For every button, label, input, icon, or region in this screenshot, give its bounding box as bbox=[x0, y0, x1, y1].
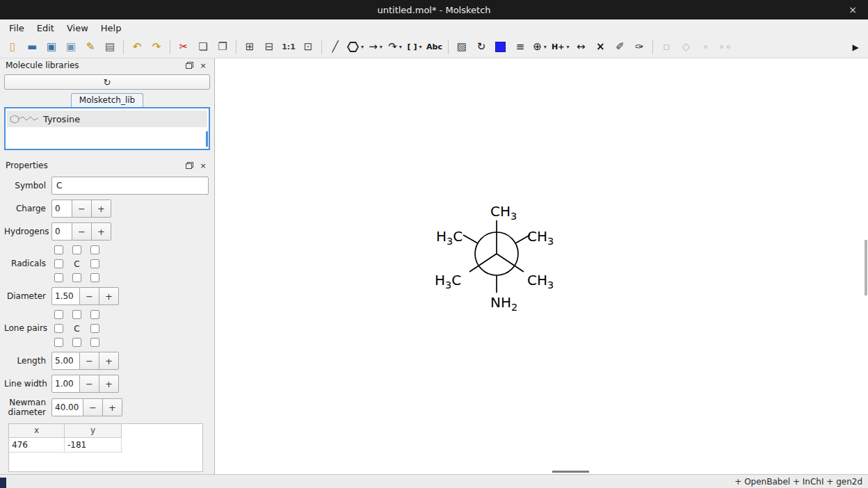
charge-tool-button[interactable]: ⊕▾ bbox=[531, 38, 549, 56]
line-width-input[interactable] bbox=[51, 375, 80, 393]
ring-tool-button[interactable]: ▾ bbox=[346, 38, 365, 56]
atom-label-ch3-top[interactable]: CH3 bbox=[490, 203, 517, 222]
length-input[interactable] bbox=[51, 352, 80, 370]
menu-help[interactable]: Help bbox=[95, 22, 128, 35]
rotate-tool-button[interactable]: ↻ bbox=[472, 38, 490, 56]
atom-label-h3c-lower-left[interactable]: H3C bbox=[435, 272, 461, 291]
canvas-vertical-scrollbar[interactable] bbox=[865, 240, 867, 295]
radical-checkbox[interactable] bbox=[90, 259, 99, 268]
refresh-library-button[interactable]: ↻ bbox=[4, 74, 210, 90]
coordinate-cell-x[interactable]: 476 bbox=[9, 438, 65, 453]
charge-increment-button[interactable]: + bbox=[92, 200, 111, 218]
menu-file[interactable]: File bbox=[3, 22, 31, 35]
radical-checkbox[interactable] bbox=[54, 245, 63, 254]
zoom-fit-button[interactable]: ⊡ bbox=[299, 38, 317, 56]
delete-tool-button[interactable]: × bbox=[591, 38, 609, 56]
bond-back-upper-left[interactable] bbox=[463, 235, 478, 243]
lone-pair-checkbox[interactable] bbox=[54, 310, 63, 319]
dropdown-arrow-icon: ▾ bbox=[380, 44, 383, 50]
atom-label-ch3-upper-right[interactable]: CH3 bbox=[527, 228, 554, 247]
save-as-button[interactable]: ▣ bbox=[62, 38, 80, 56]
drawing-canvas[interactable]: CH3 H3C CH3 H3C CH3 NH2 bbox=[215, 58, 868, 474]
charge-decrement-button[interactable]: − bbox=[72, 200, 92, 218]
library-scrollbar[interactable] bbox=[206, 131, 208, 147]
atom-label-nh2-bottom[interactable]: NH2 bbox=[490, 294, 517, 313]
radical-checkbox[interactable] bbox=[90, 273, 99, 282]
undo-button[interactable]: ↶ bbox=[128, 38, 146, 56]
newman-decrement-button[interactable]: − bbox=[83, 398, 103, 416]
length-decrement-button[interactable]: − bbox=[80, 352, 99, 370]
libraries-close-button[interactable]: × bbox=[198, 60, 209, 71]
length-increment-button[interactable]: + bbox=[99, 352, 119, 370]
zoom-in-button[interactable]: ⊞ bbox=[241, 38, 259, 56]
copy-button[interactable]: ❏ bbox=[194, 38, 212, 56]
newman-increment-button[interactable]: + bbox=[103, 398, 122, 416]
text-tool-button[interactable]: Abc bbox=[425, 38, 444, 56]
libraries-float-button[interactable] bbox=[184, 60, 195, 71]
window-close-button[interactable]: × bbox=[844, 0, 861, 19]
structure-icon: ∘∘ bbox=[718, 42, 732, 52]
line-width-button[interactable]: ≡ bbox=[511, 38, 529, 56]
hydrogens-decrement-button[interactable]: − bbox=[72, 222, 92, 241]
diameter-increment-button[interactable]: + bbox=[99, 287, 119, 305]
properties-close-button[interactable]: × bbox=[198, 160, 209, 171]
hatch-tool-button[interactable]: ▨ bbox=[453, 38, 471, 56]
lone-pair-checkbox[interactable] bbox=[54, 324, 63, 333]
diameter-input[interactable] bbox=[51, 287, 80, 305]
redo-button[interactable]: ↷ bbox=[147, 38, 166, 56]
atom-label-h3c-upper-left[interactable]: H3C bbox=[436, 228, 463, 247]
mechanism-arrow-button[interactable]: ↷▾ bbox=[386, 38, 404, 56]
cut-button[interactable]: ✂ bbox=[175, 38, 193, 56]
open-file-button[interactable]: ▬ bbox=[23, 38, 41, 56]
lone-pair-checkbox[interactable] bbox=[54, 338, 63, 347]
library-item-tyrosine[interactable]: Tyrosine bbox=[7, 111, 207, 127]
print-button[interactable]: ▤ bbox=[101, 38, 119, 56]
lone-pair-checkbox[interactable] bbox=[72, 310, 81, 319]
symbol-input[interactable] bbox=[51, 177, 209, 195]
bond-front-lower-left[interactable] bbox=[469, 254, 497, 272]
menu-view[interactable]: View bbox=[61, 22, 95, 35]
toolbar-extend-button[interactable]: ▶ bbox=[846, 38, 865, 56]
line-width-decrement-button[interactable]: − bbox=[80, 375, 99, 393]
radical-checkbox[interactable] bbox=[54, 273, 63, 282]
bond-adjust-button[interactable]: ↔ bbox=[572, 38, 590, 56]
export-button[interactable]: ✎ bbox=[81, 38, 99, 56]
hydrogen-tool-button[interactable]: H+▾ bbox=[550, 38, 570, 56]
bracket-tool-button[interactable]: [ ]▾ bbox=[405, 38, 424, 56]
pen-arrow-button-2[interactable]: ✑ bbox=[630, 38, 648, 56]
charge-input[interactable] bbox=[51, 200, 72, 218]
structure-icon: ∘ bbox=[702, 42, 709, 52]
new-file-button[interactable]: ▯ bbox=[3, 38, 22, 56]
radical-checkbox[interactable] bbox=[72, 273, 81, 282]
reaction-arrow-button[interactable]: →▾ bbox=[367, 38, 385, 56]
color-picker-button[interactable] bbox=[492, 38, 510, 56]
bond-front-lower-right[interactable] bbox=[497, 254, 524, 272]
pen-arrow-button-1[interactable]: ✐ bbox=[611, 38, 629, 56]
lone-pair-checkbox[interactable] bbox=[90, 310, 99, 319]
hydrogens-increment-button[interactable]: + bbox=[92, 222, 111, 241]
zoom-original-button[interactable]: 1:1 bbox=[280, 38, 298, 56]
coordinate-cell-y[interactable]: -181 bbox=[65, 438, 122, 453]
draw-bond-button[interactable]: ╱ bbox=[326, 38, 344, 56]
menu-edit[interactable]: Edit bbox=[31, 22, 61, 35]
lone-pair-checkbox[interactable] bbox=[90, 324, 99, 333]
molecule-thumbnail-icon bbox=[10, 113, 39, 125]
canvas-horizontal-scrollbar[interactable] bbox=[552, 471, 589, 473]
radical-checkbox[interactable] bbox=[72, 245, 81, 254]
property-row-lone-pairs: Lone pairs C bbox=[4, 310, 209, 347]
zoom-out-button[interactable]: ⊟ bbox=[260, 38, 278, 56]
lone-pair-checkbox[interactable] bbox=[72, 338, 81, 347]
line-width-increment-button[interactable]: + bbox=[99, 375, 119, 393]
radical-checkbox[interactable] bbox=[90, 245, 99, 254]
save-button[interactable]: ▣ bbox=[42, 38, 61, 56]
hydrogens-input[interactable] bbox=[51, 222, 72, 241]
properties-float-button[interactable] bbox=[184, 160, 195, 171]
paste-button[interactable]: ❐ bbox=[214, 38, 232, 56]
reaction-arrow-icon: → bbox=[369, 42, 378, 52]
atom-label-ch3-lower-right[interactable]: CH3 bbox=[527, 272, 554, 291]
diameter-decrement-button[interactable]: − bbox=[80, 287, 99, 305]
radical-checkbox[interactable] bbox=[54, 259, 63, 268]
lone-pair-checkbox[interactable] bbox=[90, 338, 99, 347]
newman-diameter-input[interactable] bbox=[51, 398, 83, 416]
tab-molsketch-lib[interactable]: Molsketch_lib bbox=[71, 93, 143, 107]
